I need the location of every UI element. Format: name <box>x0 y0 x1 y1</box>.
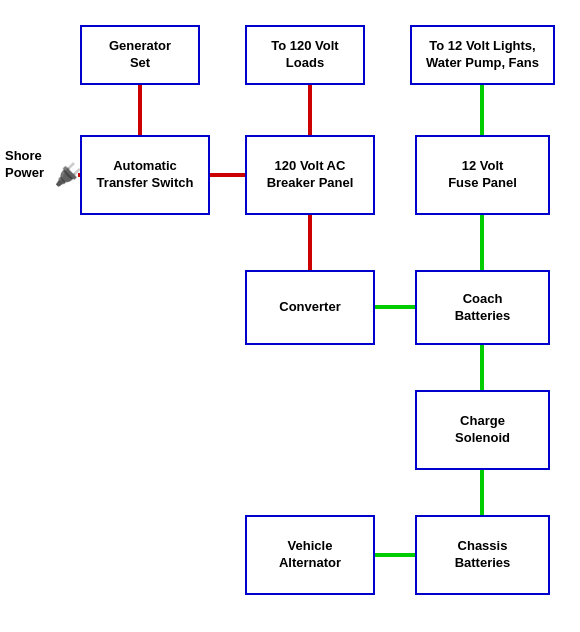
shore-power-label: ShorePower <box>5 148 44 182</box>
charge-solenoid: ChargeSolenoid <box>415 390 550 470</box>
diagram: ShorePower 🔌 Gener <box>0 0 580 632</box>
120-volt-ac-breaker-panel: 120 Volt ACBreaker Panel <box>245 135 375 215</box>
coach-batteries: CoachBatteries <box>415 270 550 345</box>
automatic-transfer-switch: AutomaticTransfer Switch <box>80 135 210 215</box>
chassis-batteries: ChassisBatteries <box>415 515 550 595</box>
vehicle-alternator: VehicleAlternator <box>245 515 375 595</box>
converter: Converter <box>245 270 375 345</box>
to-12-volt-lights: To 12 Volt Lights,Water Pump, Fans <box>410 25 555 85</box>
to-120-volt-loads: To 120 VoltLoads <box>245 25 365 85</box>
plug-icon: 🔌 <box>55 162 82 188</box>
12-volt-fuse-panel: 12 VoltFuse Panel <box>415 135 550 215</box>
generator-set: GeneratorSet <box>80 25 200 85</box>
